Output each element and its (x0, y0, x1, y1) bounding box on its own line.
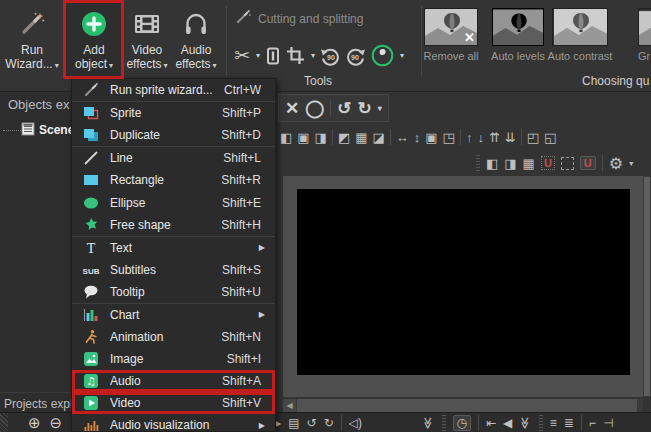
separator (581, 415, 582, 431)
preview-canvas[interactable] (297, 189, 630, 375)
sprite-icon (78, 105, 104, 121)
save-frame-icon[interactable]: ▤ (288, 416, 299, 430)
dock1-icon[interactable]: ⌐ (589, 416, 596, 430)
crop-icon[interactable] (286, 46, 305, 65)
align-right-icon[interactable]: ◨ (315, 130, 327, 145)
rotate-cw-icon[interactable]: 90 (345, 46, 367, 66)
settings-wrench-icon[interactable] (371, 44, 394, 67)
menu-item-label: Audio visualization (110, 418, 259, 432)
gear-icon[interactable]: ⚙ (609, 154, 623, 173)
layer-list-icon[interactable]: ≡ (550, 416, 557, 430)
grip-dots (442, 415, 446, 431)
menu-item-audio-visualization[interactable]: Audio visualization ▶ (72, 414, 275, 432)
menu-item-animation[interactable]: Animation Shift+N (72, 326, 275, 348)
remove-x-icon: ✕ (464, 30, 475, 45)
horizontal-scrollbar[interactable]: ◀ (283, 399, 643, 412)
snap-grid-icon[interactable]: U (541, 156, 555, 170)
menu-item-duplicate[interactable]: Duplicate Shift+D (72, 124, 275, 146)
zoom-out-icon[interactable]: ⊖ (50, 414, 63, 432)
redo-icon[interactable]: ↻ (358, 98, 372, 119)
scissors-icon[interactable]: ✂ (234, 44, 250, 67)
collapse2-icon[interactable]: ≫ (519, 417, 533, 430)
razor-icon[interactable] (264, 46, 282, 66)
balloon-image (493, 9, 544, 46)
move-down-icon[interactable]: ↓ (477, 130, 484, 145)
fit-height-icon[interactable]: ↕ (414, 130, 421, 145)
menu-item-shortcut: Shift+S (222, 263, 267, 277)
menu-item-sprite[interactable]: Sprite Shift+P (72, 101, 275, 124)
snap-active-icon[interactable]: U (580, 156, 596, 170)
rotate-ccw-icon[interactable]: 90 (319, 46, 341, 66)
align-middle-icon[interactable]: ▦ (355, 130, 367, 145)
move-top-icon[interactable]: ⇈ (489, 130, 500, 145)
menu-item-free-shape[interactable]: Free shape Shift+H (72, 214, 275, 236)
menu-item-chart[interactable]: Chart ▶ (72, 303, 275, 326)
clock-icon[interactable]: ◷ (453, 415, 471, 431)
menu-item-audio[interactable]: ♫ Audio Shift+A (72, 370, 275, 392)
menu-item-subtitles[interactable]: SUB Subtitles Shift+S (72, 259, 275, 281)
gear-caret-icon[interactable]: ▾ (629, 159, 633, 168)
selection-dot-icon[interactable]: ◳ (443, 130, 455, 145)
undo-icon[interactable]: ↺ (337, 98, 351, 119)
send-backward-icon[interactable]: ◱ (544, 130, 556, 145)
zoom-in-icon[interactable]: ⊕ (28, 414, 41, 432)
ellipse-tool-icon[interactable]: ◯ (305, 98, 324, 119)
menu-item-label: Tooltip (110, 285, 221, 299)
menu-item-image[interactable]: Image Shift+I (72, 348, 275, 370)
align-top-icon[interactable]: ◩ (338, 130, 350, 145)
selection-box-icon[interactable]: ▣ (425, 130, 437, 145)
horizontal-scrollbar-thumb[interactable] (297, 399, 637, 412)
separator (478, 415, 479, 431)
fit-width-icon[interactable]: ↔ (396, 130, 409, 145)
auto-levels-button[interactable] (492, 8, 544, 46)
menu-item-label: Video (110, 396, 222, 410)
redo-caret-icon[interactable]: ▾ (378, 104, 382, 113)
layer-list2-icon[interactable]: ≣ (564, 416, 574, 430)
remove-all-button[interactable]: ✕ (424, 8, 478, 46)
audio-effects-button[interactable]: Audio effects▾ (172, 2, 220, 78)
menu-item-shortcut: Shift+V (222, 396, 267, 410)
align-center-icon[interactable]: ▣ (297, 130, 309, 145)
selection-dashed-icon[interactable] (561, 157, 574, 170)
grip-dots (476, 155, 480, 171)
undo-timeline-icon[interactable]: ↺ (307, 416, 317, 430)
video-effects-button[interactable]: Video effects▾ (124, 2, 170, 78)
grid-icon[interactable]: ▦ (523, 156, 535, 171)
text-icon: T (78, 240, 104, 256)
menu-item-rectangle[interactable]: Rectangle Shift+R (72, 169, 275, 191)
ungroup-objects-icon[interactable]: ◨ (504, 156, 516, 171)
bring-forward-icon[interactable]: ◰ (527, 130, 539, 145)
move-bottom-icon[interactable]: ⇊ (505, 130, 516, 145)
speaker-icon[interactable]: ◁) (349, 416, 362, 430)
auto-contrast-button[interactable] (552, 8, 608, 46)
menu-item-ellipse[interactable]: Ellipse Shift+E (72, 191, 275, 213)
wrench-caret-icon[interactable]: ▾ (400, 51, 404, 60)
menu-item-run-sprite-wizard[interactable]: Run sprite wizard... Ctrl+W (72, 79, 275, 101)
align-left-icon[interactable]: ◧ (280, 130, 292, 145)
vertical-scrollbar-thumb[interactable] (644, 177, 650, 396)
add-object-button[interactable]: Add object▾ (66, 2, 122, 78)
scroll-left-arrow[interactable]: ◀ (283, 399, 296, 412)
tools-group-label: Tools (288, 74, 348, 88)
redo-timeline-icon[interactable]: ↻ (324, 416, 334, 430)
dock2-icon[interactable]: ⊣ (603, 416, 613, 430)
scissors-caret-icon[interactable]: ▾ (256, 51, 260, 60)
prev-scene-icon[interactable]: ◀ (503, 416, 512, 430)
corner-grip (0, 413, 8, 432)
delete-object-icon[interactable]: ✕ (285, 98, 299, 119)
move-up-icon[interactable]: ↑ (466, 130, 473, 145)
go-start-icon[interactable]: ⇤ (486, 416, 496, 430)
menu-item-line[interactable]: Line Shift+L (72, 146, 275, 169)
run-wizard-button[interactable]: Run Wizard...▾ (2, 2, 62, 78)
group-objects-icon[interactable]: ◧ (486, 156, 498, 171)
grayscale-button[interactable] (638, 8, 651, 46)
collapse-icon[interactable]: ≫ (421, 417, 435, 430)
menu-item-tooltip[interactable]: Tooltip Shift+U (72, 281, 275, 303)
crop-caret-icon[interactable]: ▾ (311, 51, 315, 60)
menu-item-video[interactable]: Video Shift+V (72, 392, 275, 414)
menu-item-shortcut: Ctrl+W (224, 83, 267, 97)
align-bottom-icon[interactable]: ◪ (372, 130, 384, 145)
vertical-scrollbar[interactable] (643, 176, 651, 397)
menu-item-text[interactable]: T Text ▶ (72, 236, 275, 259)
timeline-controls: ▶▤↺↻◁)≫◷⇤◀≫≡≣⌐⊣ (272, 414, 613, 432)
